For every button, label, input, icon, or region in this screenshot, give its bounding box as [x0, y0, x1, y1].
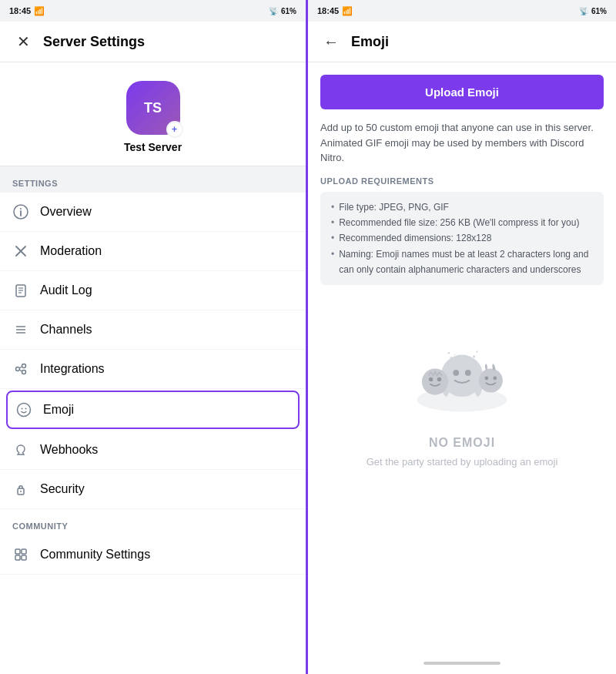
- sidebar-item-moderation[interactable]: Moderation: [0, 232, 306, 271]
- sidebar-item-channels[interactable]: Channels: [0, 310, 306, 350]
- requirements-label: UPLOAD REQUIREMENTS: [320, 176, 604, 186]
- svg-point-29: [465, 370, 471, 376]
- req-item-2: • Recommended file size: 256 KB (We'll c…: [331, 215, 593, 230]
- channels-icon: [12, 321, 29, 338]
- emoji-illustration: [400, 316, 524, 424]
- community-section-label: COMMUNITY: [0, 509, 306, 535]
- svg-rect-24: [15, 555, 20, 560]
- svg-point-34: [485, 377, 489, 381]
- overview-label: Overview: [40, 205, 92, 219]
- emoji-description: Add up to 50 custom emoji that anyone ca…: [320, 120, 604, 166]
- server-info: TS + Test Server: [0, 62, 306, 166]
- svg-line-15: [19, 367, 22, 368]
- svg-point-36: [450, 357, 452, 359]
- left-panel: 18:45 📶 📡 61% ✕ Server Settings TS + Tes…: [0, 0, 308, 674]
- audit-log-icon: [12, 282, 29, 299]
- req-item-3: • Recommended dimensions: 128x128: [331, 230, 593, 246]
- emoji-page-title: Emoji: [351, 34, 389, 50]
- requirements-list: • File type: JPEG, PNG, GIF • Recommende…: [320, 192, 604, 286]
- svg-point-12: [16, 367, 20, 371]
- home-indicator: [424, 662, 500, 665]
- server-settings-title: Server Settings: [43, 34, 145, 50]
- overview-icon: [12, 203, 29, 220]
- sidebar-item-community-settings[interactable]: Community Settings: [0, 535, 306, 575]
- sidebar-item-integrations[interactable]: Integrations: [0, 350, 306, 389]
- sidebar-item-audit-log[interactable]: Audit Log: [0, 271, 306, 310]
- right-status-icons: 📡 61%: [579, 7, 607, 15]
- security-label: Security: [40, 482, 85, 496]
- svg-point-35: [493, 377, 497, 381]
- right-panel: 18:45 📶 📡 61% ← Emoji Upload Emoji Add u…: [308, 0, 616, 674]
- right-header: ← Emoji: [308, 22, 616, 62]
- community-settings-icon: [12, 546, 29, 563]
- svg-rect-23: [22, 549, 26, 554]
- svg-point-38: [454, 354, 456, 356]
- close-button[interactable]: ✕: [12, 31, 34, 52]
- left-header: ✕ Server Settings: [0, 22, 306, 62]
- req-item-1: • File type: JPEG, PNG, GIF: [331, 200, 593, 215]
- emoji-content: Upload Emoji Add up to 50 custom emoji t…: [308, 62, 616, 652]
- server-avatar: TS +: [126, 81, 180, 135]
- svg-point-33: [479, 369, 503, 393]
- left-status-icons: 📡 61%: [269, 7, 296, 15]
- settings-menu: Overview Moderation Audit Log Channels I: [0, 193, 306, 674]
- svg-point-28: [453, 370, 459, 376]
- audit-log-label: Audit Log: [40, 283, 92, 297]
- community-settings-label: Community Settings: [40, 548, 150, 562]
- right-status-bar: 18:45 📶 📡 61%: [308, 0, 616, 22]
- req-item-4: • Naming: Emoji names must be at least 2…: [331, 246, 593, 278]
- upload-emoji-button[interactable]: Upload Emoji: [320, 75, 604, 109]
- right-status-time: 18:45 📶: [317, 6, 353, 16]
- sidebar-item-overview[interactable]: Overview: [0, 193, 306, 232]
- svg-point-17: [18, 404, 31, 417]
- svg-point-18: [22, 408, 23, 410]
- integrations-label: Integrations: [40, 362, 105, 376]
- svg-point-40: [476, 351, 477, 353]
- svg-point-31: [429, 377, 433, 381]
- svg-point-14: [22, 371, 26, 374]
- settings-section-label: SETTINGS: [0, 166, 306, 193]
- integrations-icon: [12, 360, 29, 377]
- empty-title: NO EMOJI: [429, 436, 495, 450]
- svg-point-21: [20, 491, 22, 492]
- svg-rect-22: [15, 549, 20, 554]
- svg-point-32: [437, 377, 441, 381]
- svg-point-19: [25, 408, 27, 410]
- left-status-time: 18:45 📶: [9, 6, 45, 16]
- webhooks-icon: [12, 441, 29, 458]
- svg-rect-25: [22, 555, 26, 560]
- moderation-label: Moderation: [40, 244, 102, 258]
- emoji-icon: [15, 401, 32, 418]
- sidebar-item-security[interactable]: Security: [0, 470, 306, 509]
- emoji-label: Emoji: [43, 403, 74, 417]
- webhooks-label: Webhooks: [40, 443, 98, 457]
- sidebar-item-emoji[interactable]: Emoji: [6, 391, 300, 429]
- security-icon: [12, 481, 29, 498]
- svg-point-13: [22, 364, 26, 368]
- sidebar-item-webhooks[interactable]: Webhooks: [0, 431, 306, 470]
- svg-line-16: [19, 370, 22, 371]
- bottom-bar: [308, 652, 616, 674]
- empty-subtitle: Get the party started by uploading an em…: [367, 456, 558, 468]
- server-avatar-badge: +: [166, 121, 183, 138]
- empty-state: NO EMOJI Get the party started by upload…: [320, 300, 604, 483]
- left-status-bar: 18:45 📶 📡 61%: [0, 0, 306, 22]
- server-name: Test Server: [124, 141, 182, 153]
- svg-point-2: [20, 208, 22, 210]
- channels-label: Channels: [40, 323, 92, 337]
- back-button[interactable]: ←: [320, 31, 342, 52]
- svg-point-37: [448, 353, 450, 354]
- svg-point-39: [473, 356, 475, 358]
- moderation-icon: [12, 243, 29, 260]
